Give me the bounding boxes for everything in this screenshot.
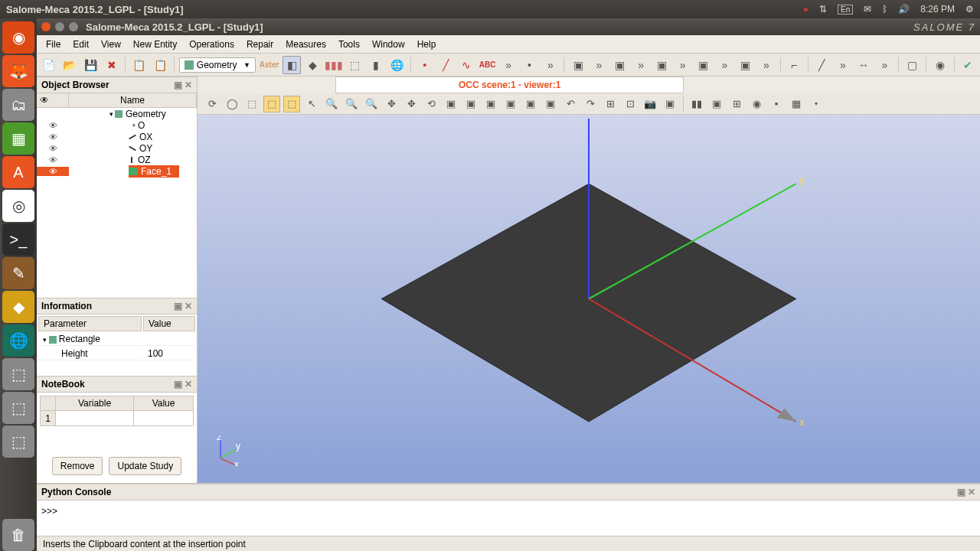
tree-row[interactable]: 👁 OY	[37, 142, 197, 154]
drive2-icon[interactable]: ⬚	[2, 392, 34, 424]
dark-cylinder-icon[interactable]: ▮	[367, 56, 384, 74]
fit-area-icon[interactable]: 🔍	[343, 96, 360, 112]
visibility-toggle[interactable]: 👁	[37, 121, 69, 130]
clipping-icon[interactable]: ▮▮	[688, 96, 705, 112]
reset-icon[interactable]: ⊡	[622, 96, 639, 112]
info-row[interactable]: ▾ Rectangle	[38, 333, 195, 346]
spreadsheet-icon[interactable]: ▦	[2, 122, 34, 155]
bottom-view-icon[interactable]: ▣	[502, 96, 519, 112]
delete-icon[interactable]: ✖	[103, 56, 120, 74]
rotate-icon[interactable]: ⟲	[423, 96, 439, 112]
box-icon[interactable]: •	[521, 56, 538, 74]
expand-toggle-icon[interactable]: ▾	[107, 110, 115, 118]
copy-icon[interactable]: 📋	[130, 56, 148, 74]
tree-row[interactable]: ▾ Geometry	[37, 108, 197, 119]
cube5-icon[interactable]: ▣	[737, 56, 754, 74]
fit-all-icon[interactable]: 🔍	[323, 96, 340, 112]
visibility-toggle[interactable]: 👁	[37, 167, 69, 176]
cube2-icon[interactable]: ▣	[611, 56, 629, 74]
mail-icon[interactable]: ✉	[864, 4, 871, 15]
new-doc-icon[interactable]: 📄	[40, 56, 57, 74]
rainbow-icon[interactable]: ▮▮▮	[325, 56, 343, 74]
panel-close-icon[interactable]: ✕	[185, 379, 192, 390]
cube4-icon[interactable]: ▣	[694, 56, 712, 74]
left-view-icon[interactable]: ▣	[522, 96, 539, 112]
settings-icon[interactable]: ⚙	[965, 4, 974, 15]
minimize-button[interactable]	[55, 22, 64, 31]
overflow2-icon[interactable]: »	[541, 56, 559, 74]
gimp-icon[interactable]: ✎	[2, 257, 34, 289]
cylinder-icon[interactable]: ⬚	[346, 56, 364, 74]
drive3-icon[interactable]: ⬚	[2, 425, 34, 458]
network-icon[interactable]: ⇅	[819, 4, 827, 15]
tree-row[interactable]: 👁 OZ	[37, 154, 197, 165]
memorize-icon[interactable]: 📷	[642, 96, 658, 112]
cursor-icon[interactable]: ↖	[303, 96, 320, 112]
aster-label[interactable]: Aster	[259, 56, 280, 74]
line-icon[interactable]: ╱	[436, 56, 454, 74]
globe-icon[interactable]: 🌐	[2, 324, 34, 357]
bluetooth-icon[interactable]: ᛒ	[882, 4, 887, 15]
panel-close-icon[interactable]: ✕	[185, 301, 192, 311]
geometry-module-icon[interactable]: ◧	[283, 56, 300, 74]
close-button[interactable]	[41, 22, 51, 31]
frame-icon[interactable]: ▢	[903, 56, 921, 74]
restore-icon[interactable]: ▣	[662, 96, 678, 112]
earth-icon[interactable]: 🌐	[388, 56, 406, 74]
blender-icon[interactable]: ◆	[2, 291, 34, 323]
panel-float-icon[interactable]: ▣	[174, 80, 182, 90]
paste-icon[interactable]: 📋	[152, 56, 169, 74]
sync-icon[interactable]: ▦	[788, 96, 805, 112]
anticlockwise-icon[interactable]: ↶	[562, 96, 579, 112]
overflow7-icon[interactable]: »	[757, 56, 775, 74]
firefox-icon[interactable]: 🦊	[2, 55, 34, 87]
overflow9-icon[interactable]: »	[876, 56, 893, 74]
menu-view[interactable]: View	[95, 37, 127, 52]
ortho-icon[interactable]: ⊞	[602, 96, 619, 112]
menu-window[interactable]: Window	[366, 37, 411, 52]
front-view-icon[interactable]: ▣	[443, 96, 459, 112]
overflow3-icon[interactable]: »	[590, 56, 608, 74]
tree-row[interactable]: 👁 + O	[37, 119, 197, 131]
right-view-icon[interactable]: ▣	[542, 96, 559, 112]
mesh-module-icon[interactable]: ◆	[304, 56, 322, 74]
overflow5-icon[interactable]: »	[674, 56, 691, 74]
module-selector[interactable]: Geometry ▼	[179, 57, 256, 73]
open-icon[interactable]: 📂	[60, 56, 78, 74]
ambient-icon[interactable]: ◉	[748, 96, 765, 112]
angle-icon[interactable]: ⌐	[786, 56, 803, 74]
tree-row[interactable]: 👁 Face_1	[37, 165, 197, 177]
overflow6-icon[interactable]: »	[716, 56, 733, 74]
volume-icon[interactable]: 🔊	[898, 4, 910, 15]
dump-view-icon[interactable]: ⟳	[204, 96, 220, 112]
language-indicator[interactable]: En	[838, 5, 853, 15]
remove-button[interactable]: Remove	[52, 457, 103, 475]
menu-help[interactable]: Help	[411, 37, 443, 52]
update-study-button[interactable]: Update Study	[109, 457, 181, 475]
notebook-row[interactable]: 1	[41, 411, 194, 426]
software-icon[interactable]: A	[2, 156, 34, 188]
trash-icon[interactable]: 🗑	[2, 519, 34, 551]
global-pan-icon[interactable]: ✥	[403, 96, 420, 112]
overflow4-icon[interactable]: »	[632, 56, 649, 74]
text-icon[interactable]: ABC	[479, 56, 497, 74]
clockwise-icon[interactable]: ↷	[582, 96, 599, 112]
scaling-icon[interactable]: ▣	[708, 96, 725, 112]
zoom-icon[interactable]: ⬚	[263, 96, 280, 112]
pan-icon[interactable]: ⬚	[283, 96, 300, 112]
panel-close-icon[interactable]: ✕	[968, 487, 975, 497]
zoom-in-icon[interactable]: 🔍	[363, 96, 380, 112]
viewer-tab[interactable]: OCC scene:1 - viewer:1	[335, 77, 684, 93]
chrome-icon[interactable]: ◎	[2, 190, 34, 222]
3d-viewport[interactable]: y x z y x	[198, 115, 980, 483]
visibility-toggle[interactable]: 👁	[37, 132, 69, 142]
tree-row[interactable]: 👁 OX	[37, 131, 197, 142]
panel-float-icon[interactable]: ▣	[174, 301, 182, 311]
object-browser[interactable]: 👁 Name ▾ Geometry 👁 + O 👁	[37, 93, 197, 298]
select-icon[interactable]: ⬚	[243, 96, 260, 112]
back-view-icon[interactable]: ▣	[462, 96, 479, 112]
interaction-icon[interactable]: ◯	[224, 96, 240, 112]
save-icon[interactable]: 💾	[82, 56, 100, 74]
dim-icon[interactable]: ↔	[854, 56, 872, 74]
visibility-toggle[interactable]: 👁	[37, 155, 69, 165]
